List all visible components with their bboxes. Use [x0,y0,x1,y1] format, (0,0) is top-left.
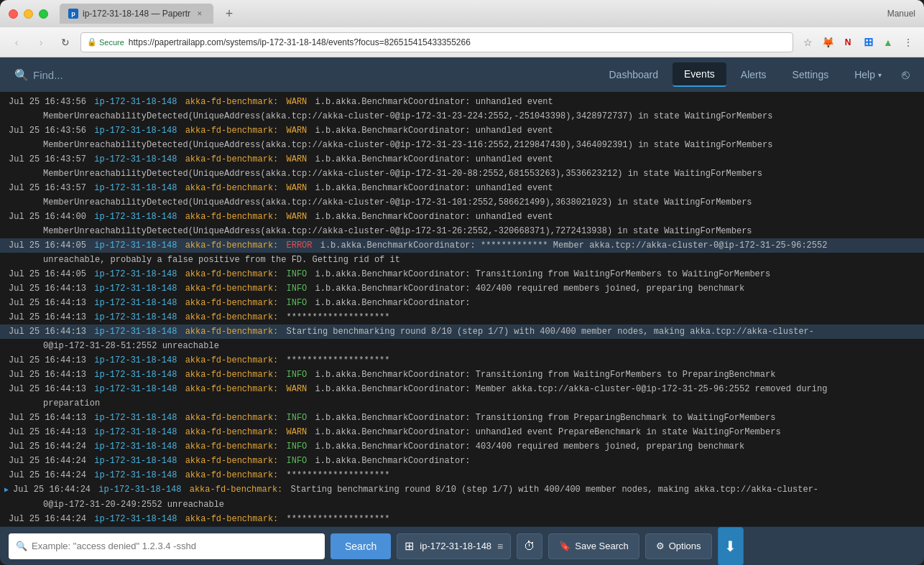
bookmark-icon: 🔖 [559,541,570,551]
log-row: Jul 25 16:44:13 ip-172-31-18-148 akka-fd… [0,425,924,439]
log-host: ip-172-31-18-148 [94,454,177,467]
app-nav: Dashboard Events Alerts Settings Help ▾ … [598,62,910,87]
back-button[interactable]: ‹ [7,33,26,52]
log-program: akka-fd-benchmark: [185,282,279,295]
log-timestamp: Jul 25 16:44:13 [9,325,86,338]
log-program: akka-fd-benchmark: [185,469,279,482]
maximize-button[interactable] [39,9,48,19]
log-row: Jul 25 16:43:57 ip-172-31-18-148 akka-fd… [0,152,924,167]
log-timestamp: Jul 25 16:44:13 [9,368,86,381]
app-search-input[interactable] [33,69,177,81]
nav-alerts[interactable]: Alerts [729,63,778,86]
refresh-button[interactable]: ↻ [56,33,75,52]
log-row: ▶Jul 25 16:44:24 ip-172-31-18-148 akka-f… [0,482,924,498]
save-search-button[interactable]: 🔖 Save Search [548,533,639,559]
login-icon[interactable]: ⎋ [902,67,910,83]
log-row: Jul 25 16:44:13 ip-172-31-18-148 akka-fd… [0,368,924,382]
log-timestamp: Jul 25 16:43:56 [9,95,86,108]
log-host: ip-172-31-18-148 [94,513,177,526]
forward-button[interactable]: › [32,33,50,52]
log-program: akka-fd-benchmark: [185,354,279,367]
log-message: i.b.akka.BenchmarkCoordinator: unhandled… [315,182,916,195]
log-host: ip-172-31-18-148 [94,268,177,281]
log-row: Jul 25 16:44:24 ip-172-31-18-148 akka-fd… [0,512,924,526]
search-input[interactable] [32,541,318,551]
nav-settings[interactable]: Settings [781,63,841,86]
log-host: ip-172-31-18-148 [94,124,177,137]
log-host: ip-172-31-18-148 [94,354,177,367]
log-timestamp: Jul 25 16:44:24 [13,483,91,496]
log-host: ip-172-31-18-148 [94,368,177,381]
log-timestamp: Jul 25 16:44:13 [9,411,86,424]
log-area[interactable]: Jul 25 16:43:56 ip-172-31-18-148 akka-fd… [0,92,924,526]
options-button[interactable]: ⚙ Options [645,533,712,559]
log-host: ip-172-31-18-148 [94,311,177,324]
log-message: i.b.akka.BenchmarkCoordinator: 403/400 r… [315,440,916,453]
secure-badge: 🔒 Secure [87,37,124,47]
nav-help[interactable]: Help ▾ [843,63,893,86]
google-apps-icon[interactable]: ⊞ [859,34,877,51]
log-row: Jul 25 16:44:24 ip-172-31-18-148 akka-fd… [0,454,924,468]
log-host: ip-172-31-18-148 [94,153,177,166]
log-message: ******************** [286,354,915,367]
extension-icon[interactable]: ▲ [879,34,897,51]
log-host: ip-172-31-18-148 [94,182,177,195]
log-row: Jul 25 16:44:24 ip-172-31-18-148 akka-fd… [0,468,924,482]
log-timestamp: Jul 25 16:43:57 [9,182,86,195]
log-timestamp: Jul 25 16:44:24 [9,469,86,482]
expand-icon[interactable]: ▶ [4,484,9,497]
minimize-button[interactable] [24,9,33,19]
log-message: i.b.akka.BenchmarkCoordinator: unhandled… [315,124,916,137]
log-continuation: 0@ip-172-31-28-51:2552 unreachable [0,339,924,353]
log-level: WARN [286,182,307,195]
log-program: akka-fd-benchmark: [185,368,279,381]
log-program: akka-fd-benchmark: [185,426,279,439]
system-selector[interactable]: ⊞ ip-172-31-18-148 ≡ [397,533,511,559]
log-message: i.b.akka.BenchmarkCoordinator: Transitio… [315,411,916,424]
log-row: Jul 25 16:44:13 ip-172-31-18-148 akka-fd… [0,382,924,396]
log-continuation: unreachable, probably a false positive f… [0,253,924,267]
log-continuation: MemberUnreachabilityDetected(UniqueAddre… [0,224,924,238]
address-bar[interactable]: 🔒 Secure https://papertrailapp.com/syste… [80,32,793,52]
log-host: ip-172-31-18-148 [94,469,177,482]
log-host: ip-172-31-18-148 [94,325,177,338]
firefox-icon[interactable]: 🦊 [819,34,836,51]
log-message: i.b.akka.BenchmarkCoordinator: unhandled… [315,153,916,166]
log-timestamp: Jul 25 16:44:13 [9,383,86,396]
log-program: akka-fd-benchmark: [190,483,283,496]
log-level: INFO [286,296,307,309]
log-row: Jul 25 16:44:13 ip-172-31-18-148 akka-fd… [0,281,924,296]
tab-close-button[interactable]: ✕ [195,9,205,19]
log-row: Jul 25 16:43:57 ip-172-31-18-148 akka-fd… [0,181,924,195]
active-tab[interactable]: p ip-172-31-18-148 — Papertr ✕ [60,4,213,24]
log-program: akka-fd-benchmark: [185,440,279,453]
menu-icon[interactable]: ⋮ [900,34,917,51]
search-button[interactable]: Search [331,533,391,559]
log-row: Jul 25 16:44:13 ip-172-31-18-148 akka-fd… [0,353,924,368]
log-message: i.b.akka.BenchmarkCoordinator: unhandled… [315,210,916,223]
log-host: ip-172-31-18-148 [94,296,177,309]
nav-dashboard[interactable]: Dashboard [598,63,670,86]
search-icon: 🔍 [16,541,27,551]
lock-icon: 🔒 [87,37,97,47]
log-level: INFO [286,454,307,467]
nav-events[interactable]: Events [673,62,726,87]
log-host: ip-172-31-18-148 [94,426,177,439]
time-button[interactable]: ⏱ [517,533,542,559]
log-level: INFO [286,268,307,281]
grid-icon: ⊞ [405,539,414,553]
norton-icon[interactable]: N [839,34,856,51]
close-button[interactable] [9,9,18,19]
log-host: ip-172-31-18-148 [94,239,177,252]
log-continuation: MemberUnreachabilityDetected(UniqueAddre… [0,109,924,123]
new-tab-button[interactable]: + [219,6,239,21]
log-level: INFO [286,411,307,424]
bookmark-icon[interactable]: ☆ [799,34,816,51]
log-continuation: preparation [0,396,924,411]
log-host: ip-172-31-18-148 [94,411,177,424]
log-message: Starting benchmarking round 8/10 (step 1… [286,325,915,338]
tail-button[interactable]: ⬇ [718,527,744,566]
log-row: Jul 25 16:43:56 ip-172-31-18-148 akka-fd… [0,95,924,109]
log-level: WARN [286,426,307,439]
log-message: i.b.akka.BenchmarkCoordinator: *********… [320,239,915,252]
